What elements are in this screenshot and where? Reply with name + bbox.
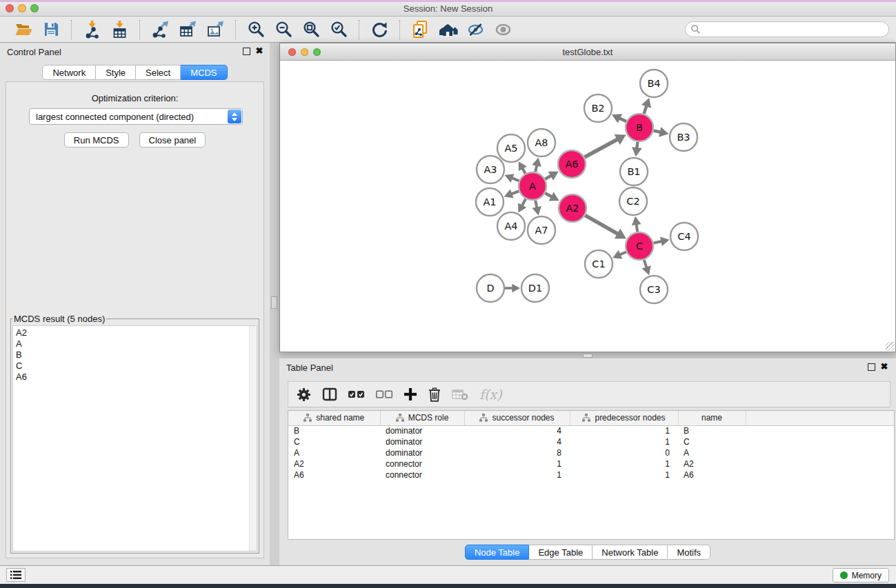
add-column-button[interactable]: [404, 385, 417, 403]
criterion-dropdown[interactable]: largest connected component (directed): [29, 108, 243, 125]
edge-A-A3[interactable]: [512, 178, 519, 181]
mcds-result-item[interactable]: A6: [16, 372, 257, 383]
zoom-in-button[interactable]: [246, 19, 266, 40]
edge-C-C3[interactable]: [644, 260, 647, 267]
table-cell: A6: [288, 469, 380, 480]
table-row[interactable]: Adominator80A: [288, 447, 894, 458]
select-all-button[interactable]: [348, 385, 365, 403]
table-cell: B: [288, 425, 380, 436]
table-cell: 1: [570, 469, 678, 480]
horizontal-splitter-grip[interactable]: [583, 354, 593, 358]
edge-C-C1[interactable]: [620, 252, 626, 254]
first-neighbors-button[interactable]: [437, 19, 458, 40]
memory-label: Memory: [852, 571, 882, 580]
column-header-successor-nodes[interactable]: successor nodes: [464, 411, 570, 425]
column-header-label: successor nodes: [492, 413, 554, 423]
memory-button[interactable]: Memory: [833, 568, 889, 582]
close-mcds-panel-button[interactable]: Close panel: [139, 132, 206, 148]
column-header-MCDS-role[interactable]: MCDS role: [380, 411, 464, 425]
export-table-button[interactable]: [177, 19, 198, 40]
delete-table-button[interactable]: [452, 385, 468, 403]
toolbar-separator: [359, 20, 359, 39]
zoom-selected-button[interactable]: [328, 19, 349, 40]
mcds-result-item[interactable]: B: [16, 349, 257, 361]
edge-A-A1[interactable]: [511, 191, 519, 194]
tab-edge-table[interactable]: Edge Table: [529, 545, 593, 560]
table-cell: C: [678, 436, 746, 447]
close-panel-button[interactable]: ✖: [255, 45, 264, 57]
function-builder-button[interactable]: f(x): [479, 385, 502, 403]
zoom-out-button[interactable]: [273, 19, 294, 40]
toolbar-separator: [235, 20, 236, 39]
edge-A-A5[interactable]: [522, 168, 525, 174]
table-settings-button[interactable]: [297, 385, 311, 403]
import-table-button[interactable]: [109, 19, 130, 40]
table-row[interactable]: A6connector11A6: [288, 469, 894, 480]
mcds-result-item[interactable]: A2: [16, 327, 257, 338]
open-session-button[interactable]: [13, 19, 34, 40]
node-label-D: D: [486, 283, 494, 294]
import-network-button[interactable]: [81, 19, 102, 40]
search-input[interactable]: [701, 23, 888, 36]
tab-network[interactable]: Network: [42, 65, 96, 80]
attribute-type-icon: [303, 414, 312, 422]
edge-A-A6[interactable]: [545, 176, 551, 179]
show-all-button[interactable]: [492, 19, 513, 40]
tab-motifs[interactable]: Motifs: [668, 545, 710, 560]
tab-select[interactable]: Select: [136, 65, 181, 80]
delete-column-button[interactable]: [428, 385, 441, 403]
float-table-panel-button[interactable]: [868, 363, 875, 371]
edge-C-C2[interactable]: [637, 224, 638, 232]
close-table-panel-button[interactable]: ✖: [879, 361, 889, 372]
export-network-button[interactable]: [150, 19, 170, 40]
edge-A2-C[interactable]: [585, 215, 618, 234]
result-scrollbar[interactable]: [249, 326, 257, 551]
new-network-from-selection-button[interactable]: [410, 19, 430, 40]
edge-C-C4[interactable]: [654, 241, 662, 243]
edge-B-B1[interactable]: [637, 142, 637, 148]
column-header-label: name: [701, 413, 722, 423]
network-canvas[interactable]: B4B2BB3A8A5A6B1A3AA1C2A2A4A7C4CC1C3DD1: [280, 61, 895, 352]
tab-network-table[interactable]: Network Table: [593, 545, 668, 560]
save-session-button[interactable]: [41, 19, 61, 40]
edge-B-B2[interactable]: [619, 118, 626, 121]
table-cell: 4: [464, 425, 570, 436]
edge-arrowhead-icon: [532, 158, 541, 168]
hide-selected-button[interactable]: [465, 19, 486, 40]
table-row[interactable]: Cdominator41C: [288, 436, 894, 447]
edge-B-B4[interactable]: [644, 105, 647, 114]
column-header-shared-name[interactable]: shared name: [288, 411, 380, 425]
column-header-predecessor-nodes[interactable]: predecessor nodes: [570, 411, 678, 425]
column-visibility-button[interactable]: [322, 385, 337, 403]
edge-A-A8[interactable]: [535, 165, 537, 172]
task-history-button[interactable]: [6, 568, 26, 582]
apply-layout-button[interactable]: [369, 19, 390, 40]
edge-B-B3[interactable]: [654, 130, 661, 132]
tab-style[interactable]: Style: [96, 65, 136, 80]
export-image-button[interactable]: [205, 19, 226, 40]
column-header-name[interactable]: name: [678, 411, 746, 425]
window-resize-grip[interactable]: [886, 342, 895, 351]
control-panel-title: Control Panel: [7, 47, 61, 57]
vertical-splitter-grip[interactable]: [271, 296, 277, 309]
edge-A6-B[interactable]: [584, 139, 617, 157]
clear-selection-button[interactable]: [376, 385, 392, 403]
criterion-dropdown-value: largest connected component (directed): [36, 112, 194, 122]
table-row[interactable]: A2connector11A2: [288, 458, 894, 469]
main-toolbar: [0, 17, 896, 43]
table-cell: dominator: [380, 436, 464, 447]
delete-column-trash-icon: [428, 387, 441, 402]
table-row[interactable]: Bdominator41B: [288, 425, 894, 436]
attribute-type-icon: [396, 414, 404, 422]
edge-arrowhead-icon: [532, 206, 541, 216]
edge-A-A2[interactable]: [545, 193, 552, 196]
edge-A-A7[interactable]: [535, 201, 537, 208]
mcds-result-item[interactable]: C: [16, 361, 257, 372]
edge-A-A4[interactable]: [522, 199, 526, 206]
mcds-result-item[interactable]: A: [16, 338, 257, 349]
tab-mcds[interactable]: MCDS: [181, 65, 227, 80]
run-mcds-button[interactable]: Run MCDS: [64, 132, 129, 148]
float-panel-button[interactable]: [243, 48, 250, 55]
tab-node-table[interactable]: Node Table: [465, 545, 530, 560]
zoom-fit-button[interactable]: [301, 19, 321, 40]
